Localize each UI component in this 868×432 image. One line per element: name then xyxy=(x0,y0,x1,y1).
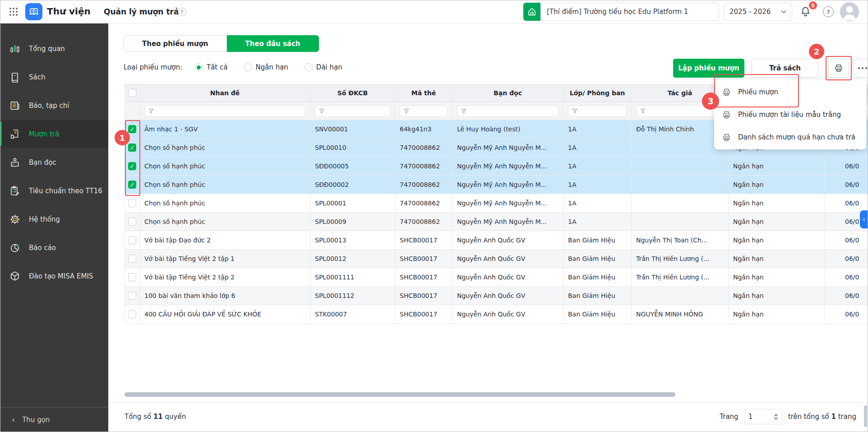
sidebar-item-dao-tao[interactable]: Đào tạo MISA EMIS xyxy=(0,262,108,290)
table-row[interactable]: ✓Chọn số hạnh phúcSĐĐ000027470008862Nguy… xyxy=(125,176,868,194)
page-help-icon[interactable]: ? xyxy=(178,8,186,16)
help-icon[interactable]: ? xyxy=(823,6,834,17)
cell-card: 64kg41n3 xyxy=(395,120,452,138)
notification-count-badge: 5 xyxy=(808,0,818,10)
loan-type-label: Loại phiếu mượn: xyxy=(124,63,182,71)
radio-icon[interactable] xyxy=(244,63,252,71)
app-grid-icon[interactable] xyxy=(8,6,19,17)
table-row[interactable]: Vở bài tập Đạo đức 2SPL00013SHCB00017Ngu… xyxy=(125,231,868,250)
chevron-left-icon: ‹ xyxy=(12,416,15,424)
page-total: trên tổng số 1 trang xyxy=(788,413,856,421)
row-checkbox[interactable] xyxy=(128,199,136,207)
cell-class_room: 1A xyxy=(563,157,632,175)
filter-input-card[interactable] xyxy=(400,105,448,117)
row-checkbox[interactable] xyxy=(128,218,136,226)
cell-loan_type: Ngắn hạn xyxy=(729,305,825,323)
radio-tat-ca[interactable]: Tất cả xyxy=(195,63,227,71)
total-value: 11 xyxy=(153,413,163,421)
cell-class_room: Ban Giám Hiệu xyxy=(563,305,632,323)
total-count: Tổng số 11 quyển xyxy=(125,413,186,421)
table-row[interactable]: Chọn số hạnh phúcSPL000097470008862Nguyễ… xyxy=(125,213,868,231)
cell-date: 06/0 xyxy=(825,305,868,323)
cell-class_room: Ban Giám Hiệu xyxy=(563,250,632,268)
sidebar-item-ban-doc[interactable]: Bạn đọc xyxy=(0,149,108,176)
tab-theo-dau-sach[interactable]: Theo đầu sách xyxy=(227,35,319,52)
row-checkbox[interactable] xyxy=(128,310,136,318)
annotation-step-2: 2 xyxy=(809,44,824,59)
sidebar-item-sach[interactable]: Sách xyxy=(0,63,108,91)
menu-item-danh-sach-qua-han[interactable]: Danh sách mượn quá hạn chưa trả xyxy=(714,126,866,149)
cell-reader: Nguyễn Anh Quốc GV xyxy=(452,268,563,286)
column-header-code: Số ĐKCB xyxy=(310,84,395,102)
row-checkbox[interactable] xyxy=(128,236,136,244)
page-number-stepper[interactable] xyxy=(744,409,783,424)
cell-code: SPL00001 xyxy=(310,194,395,212)
cell-title: Chọn số hạnh phúc xyxy=(140,176,310,194)
radio-selected-icon[interactable] xyxy=(195,63,203,71)
cell-loan_type: Ngắn hạn xyxy=(729,194,825,212)
vertical-scrollbar[interactable] xyxy=(864,405,867,427)
cell-reader: Nguyễn Mỹ Anh Nguyễn M... xyxy=(452,176,563,194)
cell-loan_type: Ngắn hạn xyxy=(729,287,825,305)
sidebar-item-tong-quan[interactable]: Tổng quan xyxy=(0,35,108,62)
radio-icon[interactable] xyxy=(305,63,313,71)
cube-icon xyxy=(9,270,21,282)
cell-code: SPL0001111 xyxy=(310,268,395,286)
sidebar-item-tieu-chuan-tt16[interactable]: Tiêu chuẩn theo TT16 xyxy=(0,177,108,204)
side-panel-toggle[interactable]: ‹ xyxy=(860,210,868,228)
sidebar-item-bao-cao[interactable]: Báo cáo xyxy=(0,234,108,261)
column-header-card: Mã thẻ xyxy=(395,84,452,102)
school-selector[interactable]: [Thí điểm] Trường tiểu học Edu Platform … xyxy=(523,3,719,21)
table-row[interactable]: Vở bài tập Tiếng Việt 2 tập 2SPL0001111S… xyxy=(125,268,868,287)
cell-checkbox xyxy=(125,268,140,286)
filter-input-reader[interactable] xyxy=(457,105,559,117)
cell-loan_type: Ngắn hạn xyxy=(729,268,825,286)
page-number-input[interactable] xyxy=(748,413,768,421)
cell-title: 400 CÂU HỎI GIẢI ĐÁP VỀ SỨC KHỎE xyxy=(140,305,310,323)
cell-date: 06/0 xyxy=(825,157,868,175)
filter-input-class_room[interactable] xyxy=(568,105,627,117)
cell-reader: Nguyễn Anh Quốc GV xyxy=(452,305,563,323)
row-checkbox[interactable] xyxy=(128,273,136,281)
row-checkbox[interactable] xyxy=(128,292,136,300)
table-row[interactable]: Vở bài tập Tiếng Việt 2 tập 1SPL00012SHC… xyxy=(125,250,868,268)
table-row[interactable]: ✓Chọn số hạnh phúcSĐĐ000057470008862Nguy… xyxy=(125,157,868,176)
sidebar-item-bao-tap-chi[interactable]: Báo, tạp chí xyxy=(0,92,108,119)
cell-code: SPL00012 xyxy=(310,250,395,268)
select-all-checkbox[interactable] xyxy=(128,89,136,97)
cell-reader: Lê Huy Hoàng (test) xyxy=(452,120,563,138)
table-row[interactable]: 100 bài văn tham khảo lớp 6SPL0001112SHC… xyxy=(125,287,868,305)
radio-dai-han[interactable]: Dài hạn xyxy=(305,63,342,71)
cell-code: SNV00001 xyxy=(310,120,395,138)
home-icon[interactable] xyxy=(523,3,540,21)
stepper-arrows-icon[interactable] xyxy=(774,413,778,420)
radio-ngan-han[interactable]: Ngắn hạn xyxy=(244,63,288,71)
school-year-select[interactable]: 2025 - 2026 xyxy=(724,3,792,21)
printer-icon xyxy=(722,133,731,142)
filter-input-code[interactable] xyxy=(315,105,390,117)
cell-card: 7470008862 xyxy=(395,157,452,175)
cell-title: Vở bài tập Tiếng Việt 2 tập 1 xyxy=(140,250,310,268)
avatar[interactable] xyxy=(840,2,859,21)
sidebar-collapse-button[interactable]: ‹ Thu gọn xyxy=(0,407,108,432)
header-checkbox-cell xyxy=(125,84,140,102)
cell-date: 06/0 xyxy=(825,250,868,268)
cell-author: Trần Thị Hiền Lương (... xyxy=(632,250,729,268)
cell-reader: Nguyễn Anh Quốc GV xyxy=(452,231,563,249)
table-row[interactable]: 400 CÂU HỎI GIẢI ĐÁP VỀ SỨC KHỎESTK00007… xyxy=(125,305,868,324)
sidebar-item-muon-tra[interactable]: Mượn trả xyxy=(0,120,108,148)
table-row[interactable]: Chọn số hạnh phúcSPL000017470008862Nguyễ… xyxy=(125,194,868,213)
tab-theo-phieu-muon[interactable]: Theo phiếu mượn xyxy=(124,35,227,52)
row-checkbox[interactable] xyxy=(128,255,136,263)
filter-input-title[interactable] xyxy=(144,105,305,117)
annotation-rect-menu-item xyxy=(714,74,799,107)
horizontal-scrollbar[interactable] xyxy=(125,392,675,397)
cell-title: Âm nhạc 1 - SGV xyxy=(140,120,310,138)
school-name[interactable]: [Thí điểm] Trường tiểu học Edu Platform … xyxy=(540,3,719,21)
sidebar-item-he-thong[interactable]: Hệ thống xyxy=(0,205,108,233)
app-title: Thư viện xyxy=(47,6,91,17)
cell-author: NGUYỄN MINH HỒNG xyxy=(632,305,729,323)
more-actions-button[interactable] xyxy=(854,59,868,78)
pagination: Trang trên tổng số 1 trang xyxy=(720,409,856,424)
cell-author xyxy=(632,157,729,175)
